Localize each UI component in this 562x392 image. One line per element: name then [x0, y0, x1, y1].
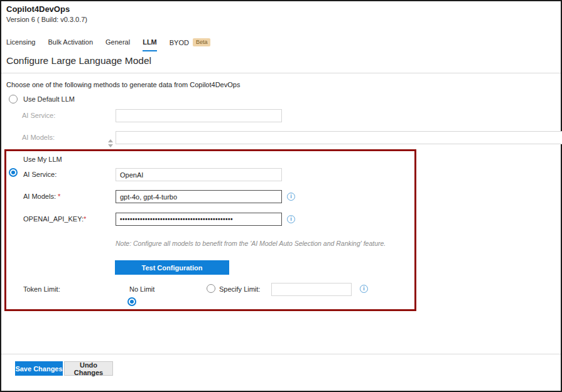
app-window: Copilot4DevOps Version 6 ( Build: v0.3.0…	[0, 0, 562, 392]
spinner-down-icon[interactable]	[108, 144, 113, 147]
save-changes-button[interactable]: Save Changes	[15, 361, 63, 376]
use-my-llm-radio[interactable]	[9, 168, 18, 177]
my-ai-models-field-wrap	[116, 190, 282, 203]
no-limit-label: No Limit	[129, 285, 154, 293]
tab-llm-label: LLM	[143, 38, 157, 46]
info-icon[interactable]: i	[287, 215, 295, 223]
tab-llm[interactable]: LLM	[143, 38, 157, 51]
specify-limit-input[interactable]	[271, 283, 352, 296]
test-configuration-button[interactable]: Test Configuration	[115, 260, 229, 275]
api-key-field-wrap	[116, 213, 282, 226]
tab-general[interactable]: General	[105, 38, 130, 50]
tab-bar: Licensing Bulk Activation General LLM BY…	[6, 38, 210, 51]
beta-badge: Beta	[193, 38, 211, 46]
footer-divider	[1, 354, 561, 354]
tab-bulk-activation[interactable]: Bulk Activation	[48, 38, 93, 50]
spinner-up-icon[interactable]	[108, 139, 113, 142]
tab-licensing-label: Licensing	[6, 38, 35, 46]
app-version: Version 6 ( Build: v0.3.0.7)	[6, 16, 87, 23]
default-ai-models-field-wrap	[116, 132, 562, 142]
models-note: Note: Configure all models to benefit fr…	[116, 240, 386, 247]
required-asterisk: *	[84, 215, 86, 223]
undo-changes-button[interactable]: Undo Changes	[64, 361, 113, 376]
default-ai-service-label: AI Service:	[22, 112, 55, 119]
specify-limit-label: Specify Limit:	[219, 285, 260, 293]
tab-licensing[interactable]: Licensing	[6, 38, 35, 50]
intro-text: Choose one of the following methods to g…	[6, 81, 240, 88]
my-ai-models-label: AI Models: *	[23, 193, 60, 200]
page-title: Configure Large Language Model	[6, 55, 151, 66]
required-asterisk: *	[58, 193, 60, 200]
heading-divider	[1, 73, 561, 73]
my-ai-service-label: AI Service:	[23, 171, 57, 178]
tab-bulk-activation-label: Bulk Activation	[48, 38, 93, 46]
default-ai-service-input[interactable]	[116, 109, 282, 122]
api-key-label: OPENAI_API_KEY:*	[23, 215, 86, 223]
api-key-input[interactable]	[116, 213, 282, 226]
ai-models-spinner[interactable]	[105, 132, 115, 155]
use-default-llm-label: Use Default LLM	[23, 95, 75, 103]
default-ai-models-label: AI Models:	[22, 134, 55, 141]
specify-limit-radio[interactable]	[207, 284, 215, 293]
my-ai-service-input[interactable]	[116, 168, 282, 181]
my-ai-models-input[interactable]	[116, 190, 282, 203]
tab-byod-label: BYOD	[170, 39, 189, 46]
info-icon[interactable]: i	[287, 193, 295, 201]
default-ai-service-field-wrap	[116, 109, 282, 122]
no-limit-radio[interactable]	[127, 297, 136, 306]
default-ai-models-input[interactable]	[116, 131, 562, 144]
tab-general-label: General	[105, 38, 130, 46]
tab-byod[interactable]: BYOD Beta	[170, 38, 211, 51]
use-default-llm-radio[interactable]	[9, 95, 18, 103]
my-ai-service-field-wrap	[116, 168, 282, 181]
use-my-llm-label: Use My LLM	[23, 156, 62, 163]
specify-limit-field-wrap	[271, 283, 352, 296]
token-limit-label: Token Limit:	[23, 285, 60, 293]
info-icon[interactable]: i	[360, 285, 368, 293]
app-title: Copilot4DevOps	[6, 4, 70, 14]
